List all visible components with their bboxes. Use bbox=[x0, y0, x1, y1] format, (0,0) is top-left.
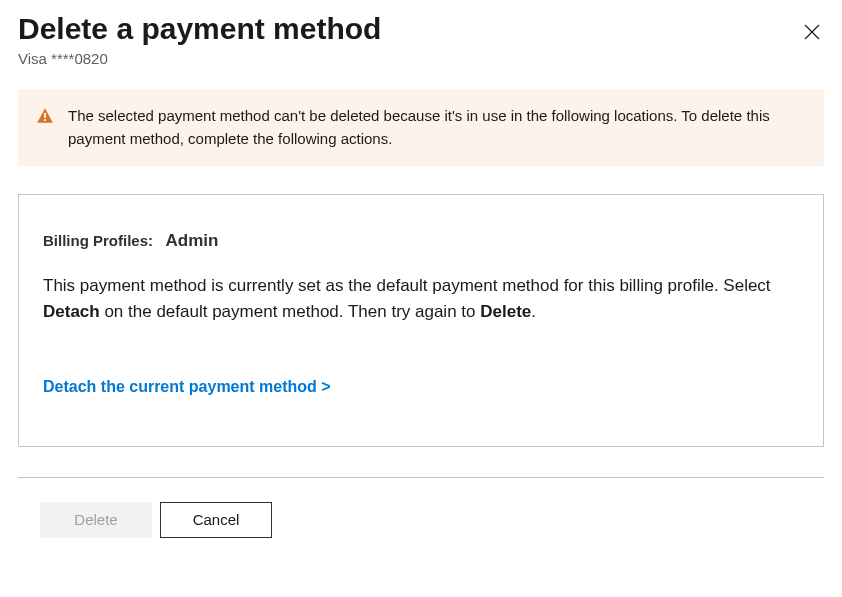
card-desc-delete: Delete bbox=[480, 302, 531, 321]
profile-name: Admin bbox=[166, 231, 219, 250]
svg-rect-1 bbox=[44, 119, 46, 121]
profile-line: Billing Profiles: Admin bbox=[43, 231, 799, 251]
footer-separator bbox=[18, 477, 824, 478]
dialog-title: Delete a payment method bbox=[18, 12, 381, 46]
profile-label: Billing Profiles: bbox=[43, 232, 153, 249]
svg-rect-0 bbox=[44, 113, 46, 118]
card-desc-part: . bbox=[531, 302, 536, 321]
dialog-subtitle: Visa ****0820 bbox=[18, 50, 824, 67]
dialog-header: Delete a payment method bbox=[18, 12, 824, 46]
card-desc-part: on the default payment method. Then try … bbox=[100, 302, 481, 321]
dialog-footer: Delete Cancel bbox=[18, 502, 824, 538]
cancel-button[interactable]: Cancel bbox=[160, 502, 272, 538]
detach-link[interactable]: Detach the current payment method > bbox=[43, 378, 331, 395]
close-icon bbox=[804, 24, 820, 40]
warning-icon bbox=[36, 107, 54, 150]
delete-button[interactable]: Delete bbox=[40, 502, 152, 538]
card-desc-part: This payment method is currently set as … bbox=[43, 276, 771, 295]
billing-profile-card: Billing Profiles: Admin This payment met… bbox=[18, 194, 824, 447]
warning-text: The selected payment method can't be del… bbox=[68, 105, 806, 150]
card-description: This payment method is currently set as … bbox=[43, 273, 799, 326]
card-desc-detach: Detach bbox=[43, 302, 100, 321]
warning-banner: The selected payment method can't be del… bbox=[18, 89, 824, 166]
close-button[interactable] bbox=[800, 20, 824, 44]
